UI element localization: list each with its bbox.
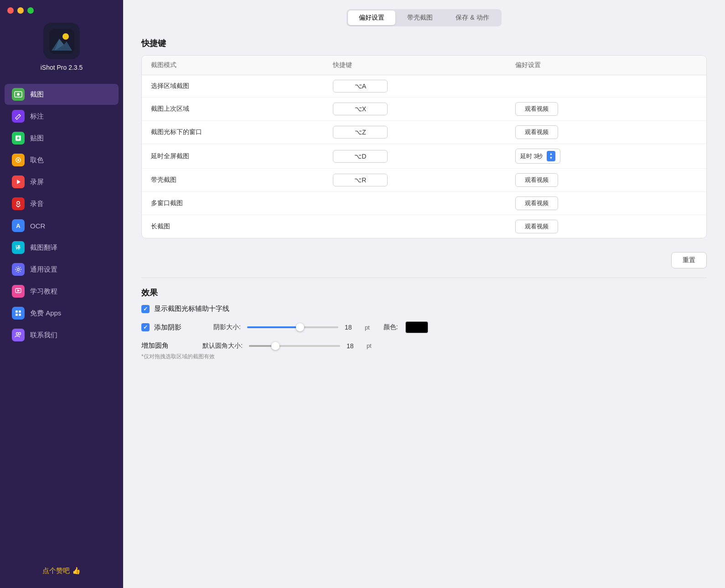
col-mode: 截图模式 bbox=[151, 61, 333, 69]
tab-group: 偏好设置 带壳截图 保存 & 动作 bbox=[347, 9, 501, 26]
mode-label: 带壳截图 bbox=[151, 176, 333, 184]
table-row: 长截图 观看视频 bbox=[142, 215, 706, 238]
mode-label: 延时全屏截图 bbox=[151, 152, 333, 160]
col-key: 快捷键 bbox=[333, 61, 515, 69]
sidebar-label-record: 录屏 bbox=[30, 178, 44, 186]
table-row: 多窗口截图 观看视频 bbox=[142, 192, 706, 215]
sidebar-item-color[interactable]: 取色 bbox=[5, 150, 119, 170]
contact-icon bbox=[12, 329, 25, 341]
sidebar-item-contact[interactable]: 联系我们 bbox=[5, 325, 119, 346]
table-row: 选择区域截图 ⌥A bbox=[142, 75, 706, 98]
watch-video-btn[interactable]: 观看视频 bbox=[515, 125, 558, 139]
sidebar-item-general[interactable]: 通用设置 bbox=[5, 259, 119, 280]
reset-row: 重置 bbox=[141, 248, 707, 273]
corner-radius-label: 增加圆角 bbox=[141, 341, 169, 350]
shadow-slider-label: 阴影大小: bbox=[213, 323, 241, 331]
sidebar-label-tutorial: 学习教程 bbox=[30, 287, 57, 296]
sidebar-item-sticker[interactable]: 贴图 bbox=[5, 128, 119, 149]
corner-slider-row: 增加圆角 默认圆角大小: 18 pt bbox=[141, 341, 372, 350]
tab-bar: 偏好设置 带壳截图 保存 & 动作 bbox=[123, 0, 725, 33]
tab-save-action[interactable]: 保存 & 动作 bbox=[445, 10, 500, 25]
shadow-slider-track[interactable] bbox=[247, 326, 338, 328]
crosshair-checkbox[interactable] bbox=[141, 305, 150, 313]
svg-point-13 bbox=[17, 268, 20, 271]
mode-label: 截图光标下的窗口 bbox=[151, 128, 333, 136]
delay-value: 延时 3秒 bbox=[520, 152, 543, 160]
shortcut-key[interactable]: ⌥D bbox=[333, 150, 388, 163]
reset-button[interactable]: 重置 bbox=[671, 252, 707, 268]
color-label: 颜色: bbox=[383, 323, 398, 331]
sidebar-item-tutorial[interactable]: 学习教程 bbox=[5, 281, 119, 302]
shortcut-key[interactable]: ⌥A bbox=[333, 80, 388, 93]
mode-label: 选择区域截图 bbox=[151, 82, 333, 90]
sidebar-label-translate: 截图翻译 bbox=[30, 243, 57, 252]
apps-icon bbox=[12, 307, 25, 320]
corner-slider-label: 默认圆角大小: bbox=[202, 342, 243, 350]
tab-shell-screenshot[interactable]: 带壳截图 bbox=[396, 10, 444, 25]
sidebar-item-ocr[interactable]: A OCR bbox=[5, 215, 119, 236]
sidebar-label-audio: 录音 bbox=[30, 200, 44, 208]
corner-slider-container bbox=[249, 345, 340, 347]
sidebar-label-contact: 联系我们 bbox=[30, 331, 57, 340]
sidebar-bottom: 点个赞吧 👍 bbox=[0, 554, 123, 588]
minimize-button[interactable] bbox=[17, 7, 24, 14]
corner-slider-track[interactable] bbox=[249, 345, 340, 347]
sidebar-item-record[interactable]: 录屏 bbox=[5, 171, 119, 192]
sidebar-item-translate[interactable]: 译 截图翻译 bbox=[5, 237, 119, 258]
svg-rect-16 bbox=[16, 310, 18, 313]
app-icon bbox=[43, 23, 80, 59]
content-area: 快捷键 截图模式 快捷键 偏好设置 选择区域截图 ⌥A 截图上次区域 ⌥X 观看… bbox=[123, 33, 725, 374]
watch-video-btn[interactable]: 观看视频 bbox=[515, 173, 558, 187]
corner-radius-row: 增加圆角 默认圆角大小: 18 pt *仅对拖拽选取区域的截图有效 bbox=[141, 341, 707, 361]
app-name: iShot Pro 2.3.5 bbox=[41, 64, 83, 71]
like-button[interactable]: 点个赞吧 👍 bbox=[9, 563, 114, 579]
svg-point-5 bbox=[17, 93, 20, 96]
table-row: 截图上次区域 ⌥X 观看视频 bbox=[142, 98, 706, 121]
table-header: 截图模式 快捷键 偏好设置 bbox=[142, 56, 706, 75]
sidebar-label-general: 通用设置 bbox=[30, 265, 57, 274]
sidebar-item-audio[interactable]: 录音 bbox=[5, 193, 119, 214]
sidebar-label-sticker: 贴图 bbox=[30, 134, 44, 143]
svg-point-1 bbox=[62, 33, 69, 40]
screenshot-icon bbox=[12, 88, 25, 101]
color-icon bbox=[12, 154, 25, 166]
svg-rect-18 bbox=[16, 314, 18, 316]
audio-icon bbox=[12, 197, 25, 210]
svg-point-8 bbox=[17, 159, 19, 161]
svg-point-21 bbox=[19, 333, 21, 335]
translate-icon: 译 bbox=[12, 241, 25, 254]
shadow-unit: pt bbox=[365, 324, 370, 331]
shortcuts-title: 快捷键 bbox=[141, 38, 707, 49]
watch-video-btn[interactable]: 观看视频 bbox=[515, 196, 558, 210]
svg-rect-19 bbox=[19, 314, 21, 316]
shortcut-key[interactable]: ⌥Z bbox=[333, 126, 388, 139]
sidebar-item-screenshot[interactable]: 截图 bbox=[5, 84, 119, 105]
table-row: 带壳截图 ⌥R 观看视频 bbox=[142, 169, 706, 192]
table-row: 延时全屏截图 ⌥D 延时 3秒 ▲ ▼ bbox=[142, 144, 706, 169]
table-row: 截图光标下的窗口 ⌥Z 观看视频 bbox=[142, 121, 706, 144]
delay-select[interactable]: 延时 3秒 ▲ ▼ bbox=[515, 149, 561, 164]
stepper-buttons[interactable]: ▲ ▼ bbox=[547, 151, 556, 161]
color-swatch[interactable] bbox=[405, 321, 428, 333]
shadow-checkbox[interactable] bbox=[141, 323, 150, 331]
crosshair-label: 显示截图光标辅助十字线 bbox=[154, 304, 229, 313]
maximize-button[interactable] bbox=[27, 7, 34, 14]
svg-text:译: 译 bbox=[16, 245, 21, 250]
sidebar-label-annotate: 标注 bbox=[30, 112, 44, 121]
watch-video-btn[interactable]: 观看视频 bbox=[515, 102, 558, 116]
shortcut-key[interactable]: ⌥X bbox=[333, 103, 388, 115]
nav-list: 截图 标注 贴图 取色 录屏 bbox=[0, 84, 123, 554]
record-icon bbox=[12, 175, 25, 188]
shortcuts-table: 截图模式 快捷键 偏好设置 选择区域截图 ⌥A 截图上次区域 ⌥X 观看视频 截… bbox=[141, 55, 707, 238]
traffic-lights bbox=[7, 7, 34, 14]
watch-video-btn[interactable]: 观看视频 bbox=[515, 220, 558, 233]
close-button[interactable] bbox=[7, 7, 14, 14]
shortcut-key[interactable]: ⌥R bbox=[333, 174, 388, 186]
sidebar-item-apps[interactable]: 免费 Apps bbox=[5, 303, 119, 324]
shadow-label: 添加阴影 bbox=[154, 323, 181, 332]
sidebar-item-annotate[interactable]: 标注 bbox=[5, 106, 119, 127]
settings-icon bbox=[12, 263, 25, 276]
svg-rect-17 bbox=[19, 310, 21, 313]
svg-marker-15 bbox=[17, 289, 20, 292]
tab-preferences[interactable]: 偏好设置 bbox=[348, 10, 395, 25]
